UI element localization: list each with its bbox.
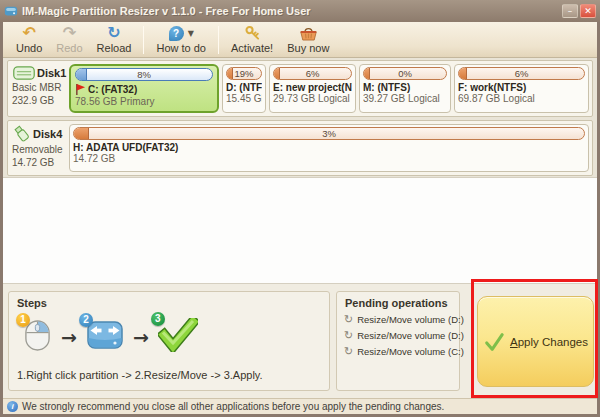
redo-icon: ↷ [63,25,76,42]
undo-label: Undo [16,42,42,54]
partition-m-label: M: (NTFS) [363,82,447,93]
disk4-name: Disk4 [33,128,62,141]
arrow-right-icon: → [133,327,149,347]
reload-icon: ↻ [107,25,120,42]
undo-button[interactable]: ↶ Undo [9,23,49,56]
info-icon: i [7,401,18,412]
basket-icon [299,26,318,42]
pending-op-icon: ↻ [344,330,353,341]
arrow-right-icon: → [61,327,77,347]
partition-c-used-percent: 8% [76,69,212,81]
step3-badge: 3 [151,312,165,326]
partition-m-usage-bar: 0% [363,67,447,80]
partition-h-detail: 14.72 GB [73,153,585,164]
hard-disk-icon [12,65,36,81]
statusbar: i We strongly recommend you close all ot… [3,398,597,414]
partition-d-used-percent: 19% [227,68,261,80]
disk-row-4: Disk4 Removable 14.72 GB 3% H: ADATA UFD… [7,120,593,176]
toolbar-separator [218,26,219,54]
step2-badge: 2 [79,313,93,327]
activate-button[interactable]: Activate! [224,23,280,56]
activate-label: Activate! [231,42,273,54]
green-check-icon [483,332,505,352]
pending-operation-item[interactable]: ↻ Resize/Move volume (D:) [337,327,459,343]
partition-d-detail: 15.45 GB L.. [226,93,262,104]
how-to-do-label: How to do [156,42,206,54]
checkmark-icon [158,318,198,352]
steps-title: Steps [9,292,329,311]
pending-operations-title: Pending operations [337,292,459,311]
partition-h-used-percent: 3% [74,128,584,140]
close-button[interactable]: ✕ [580,4,596,18]
window-content: ↶ Undo ↷ Redo ↻ Reload ? ▼ How to do [3,22,597,414]
reload-button[interactable]: ↻ Reload [90,23,139,56]
undo-icon: ↶ [22,25,35,42]
disk4-info: Disk4 Removable 14.72 GB [12,125,69,169]
partition-e-detail: 29.73 GB Logical [273,93,352,104]
step1-mouse: 1 [23,319,52,356]
key-icon [244,25,261,42]
partition-e-label: E: new project(NTFS) [273,82,352,93]
redo-button[interactable]: ↷ Redo [49,23,89,56]
bottom-panel: Steps 1 → [3,283,597,398]
step2-resize: 2 [86,319,124,355]
partition-f-usage-bar: 6% [458,67,585,80]
step3-apply: 3 [158,318,198,356]
buy-now-label: Buy now [287,42,329,54]
disk4-size: 14.72 GB [12,156,69,169]
partition-h[interactable]: 3% H: ADATA UFD(FAT32) 14.72 GB [69,124,589,172]
pending-op-text: Resize/Move volume (C:) [357,346,464,357]
partition-f[interactable]: 6% F: work(NTFS) 69.87 GB Logical [454,64,589,113]
partition-e-usage-bar: 6% [273,67,352,80]
pending-op-icon: ↻ [344,314,353,325]
partition-c[interactable]: 8% C: (FAT32) 78.56 GB Primary [69,64,219,113]
usb-drive-icon [12,125,32,143]
toolbar-separator [143,26,144,54]
buy-now-button[interactable]: Buy now [280,23,336,56]
apply-changes-label: Apply Changes [510,336,588,348]
disk1-info: Disk1 Basic MBR 232.9 GB [12,65,69,107]
partition-m-used-percent: 0% [364,68,446,80]
pending-op-text: Resize/Move volume (D:) [357,330,464,341]
disk1-size: 232.9 GB [12,94,69,107]
partition-c-label: C: (FAT32) [88,84,137,95]
partition-f-detail: 69.87 GB Logical [458,93,585,104]
partition-f-label: F: work(NTFS) [458,82,585,93]
flag-icon [75,83,86,96]
pending-operations-groupbox: Pending operations ↻ Resize/Move volume … [336,291,460,391]
disk1-name: Disk1 [37,67,66,80]
disk4-kind: Removable [12,143,69,156]
apply-changes-button[interactable]: Apply Changes [477,296,594,387]
partition-d[interactable]: 19% D: (NTFS) 15.45 GB L.. [222,64,266,113]
redo-label: Redo [56,42,82,54]
titlebar: IM-Magic Partition Resizer v 1.1.0 - Fre… [0,0,600,22]
pending-op-icon: ↻ [344,346,353,357]
reload-label: Reload [97,42,132,54]
partition-d-label: D: (NTFS) [226,82,262,93]
step1-badge: 1 [16,313,30,327]
how-to-do-button[interactable]: ? ▼ How to do [149,23,213,56]
disk-map-area: Disk1 Basic MBR 232.9 GB 8% [3,58,597,177]
partition-e[interactable]: 6% E: new project(NTFS) 29.73 GB Logical [269,64,356,113]
app-icon [4,4,18,18]
pending-operation-item[interactable]: ↻ Resize/Move volume (C:) [337,343,459,359]
minimize-button[interactable]: – [562,4,578,18]
app-window: IM-Magic Partition Resizer v 1.1.0 - Fre… [0,0,600,417]
partition-f-used-percent: 6% [459,68,584,80]
pending-operation-item[interactable]: ↻ Resize/Move volume (D:) [337,311,459,327]
window-title: IM-Magic Partition Resizer v 1.1.0 - Fre… [22,5,311,17]
partition-d-usage-bar: 19% [226,67,262,80]
partition-e-used-percent: 6% [274,68,351,80]
partition-m-detail: 39.27 GB Logical [363,93,447,104]
partition-h-usage-bar: 3% [73,127,585,140]
status-message: We strongly recommend you close all othe… [22,401,444,412]
chevron-down-icon: ▼ [188,29,194,38]
steps-caption: 1.Right click partition -> 2.Resize/Move… [9,361,329,381]
partition-c-detail: 78.56 GB Primary [75,96,213,107]
empty-workspace [3,177,597,283]
steps-groupbox: Steps 1 → [8,291,330,391]
toolbar: ↶ Undo ↷ Redo ↻ Reload ? ▼ How to do [3,22,597,58]
help-bubble-icon: ? [169,26,184,41]
partition-m[interactable]: 0% M: (NTFS) 39.27 GB Logical [359,64,451,113]
pending-op-text: Resize/Move volume (D:) [357,314,464,325]
